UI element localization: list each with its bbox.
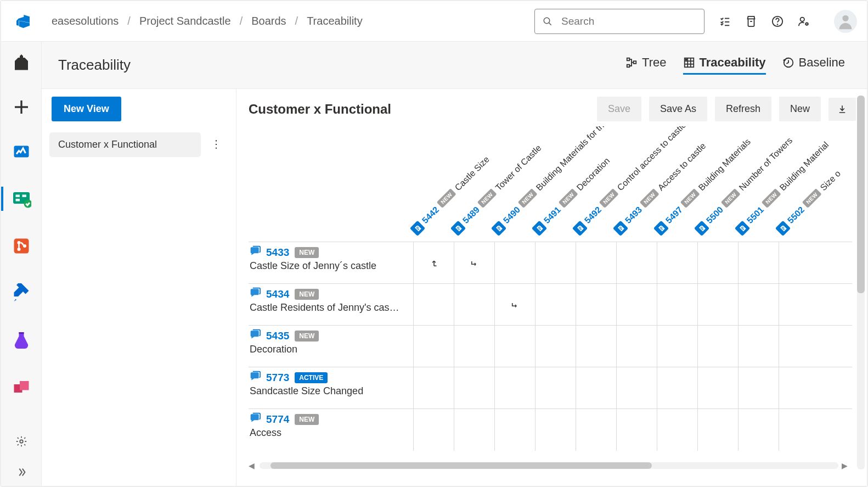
breadcrumb-page[interactable]: Traceability: [307, 15, 363, 27]
tab-tree[interactable]: Tree: [625, 55, 666, 75]
matrix-cell[interactable]: [576, 242, 616, 283]
matrix-cell[interactable]: [738, 242, 779, 283]
marketplace-icon[interactable]: [745, 15, 757, 27]
nav-settings-icon[interactable]: [15, 435, 27, 447]
nav-expand-icon[interactable]: [15, 466, 27, 478]
save-button[interactable]: Save: [597, 97, 641, 121]
user-settings-icon[interactable]: [798, 15, 810, 27]
horizontal-scrollbar[interactable]: ◀ ▶: [249, 462, 849, 469]
matrix-cell[interactable]: [697, 242, 738, 283]
matrix-cell[interactable]: [738, 326, 779, 367]
download-button[interactable]: [828, 98, 856, 121]
search-input[interactable]: [560, 15, 696, 28]
row-header[interactable]: 5433NEWCastle Size of Jenny´s castle: [249, 242, 413, 283]
svg-rect-28: [634, 61, 636, 64]
matrix-cell[interactable]: [738, 284, 779, 325]
matrix-cell[interactable]: [454, 284, 494, 325]
row-header[interactable]: 5434NEWCastle Residents of Jenny's cas…: [249, 284, 413, 325]
search-box[interactable]: [534, 9, 704, 34]
scroll-right-icon[interactable]: ▶: [842, 461, 849, 470]
matrix-cell[interactable]: [616, 284, 657, 325]
vertical-scrollbar[interactable]: [857, 96, 865, 469]
matrix-cell[interactable]: [697, 409, 738, 451]
matrix-cell[interactable]: [535, 284, 576, 325]
link-up-icon[interactable]: [413, 242, 454, 283]
row-status-badge: NEW: [295, 247, 319, 258]
matrix-cell[interactable]: [779, 367, 819, 408]
row-name: Decoration: [250, 344, 408, 355]
nav-testplans-icon[interactable]: [1, 325, 42, 356]
matrix-cell[interactable]: [494, 326, 535, 367]
matrix-cell[interactable]: [576, 326, 616, 367]
column-header[interactable]: 5491NEWDecoration: [532, 155, 612, 236]
matrix-cell[interactable]: [616, 367, 657, 408]
matrix-cell[interactable]: [454, 409, 494, 451]
matrix-cell[interactable]: [738, 409, 779, 451]
matrix-cell[interactable]: [697, 367, 738, 408]
matrix-cell[interactable]: [738, 367, 779, 408]
nav-artifacts-icon[interactable]: [1, 372, 42, 403]
help-icon[interactable]: [771, 15, 784, 27]
breadcrumb-project[interactable]: Project Sandcastle: [139, 15, 231, 27]
nav-project-icon[interactable]: [1, 47, 42, 78]
matrix-cell[interactable]: [454, 367, 494, 408]
row-header[interactable]: 5773ACTIVESandcastle Size Changed: [249, 367, 413, 408]
matrix-cell[interactable]: [657, 326, 697, 367]
view-item-more-icon[interactable]: ⋯: [203, 138, 230, 152]
link-down-icon[interactable]: [454, 242, 494, 283]
matrix-cell[interactable]: [657, 242, 697, 283]
matrix-cell[interactable]: [616, 409, 657, 451]
matrix-cell[interactable]: [657, 284, 697, 325]
matrix-cell[interactable]: [413, 367, 454, 408]
row-header[interactable]: 5774NEWAccess: [249, 409, 413, 451]
nav-repos-icon[interactable]: [1, 231, 42, 261]
nav-add-icon[interactable]: [1, 94, 42, 120]
tab-traceability[interactable]: Traceability: [683, 55, 766, 75]
matrix-cell[interactable]: [535, 326, 576, 367]
tab-baseline[interactable]: Baseline: [782, 55, 845, 75]
matrix-cell[interactable]: [413, 409, 454, 451]
breadcrumb-area[interactable]: Boards: [251, 15, 286, 27]
matrix-area: Customer x Functional Save Save As Refre…: [236, 89, 867, 486]
scroll-left-icon[interactable]: ◀: [249, 461, 256, 470]
matrix-cell[interactable]: [535, 242, 576, 283]
matrix-cell[interactable]: [616, 242, 657, 283]
nav-pipelines-icon[interactable]: [1, 278, 42, 309]
breadcrumb-org[interactable]: easesolutions: [52, 15, 119, 27]
view-list-item[interactable]: Customer x Functional: [49, 132, 201, 157]
matrix-cell[interactable]: [576, 367, 616, 408]
column-header[interactable]: 5442NEWCastle Size: [410, 154, 492, 236]
refresh-button[interactable]: Refresh: [715, 97, 771, 121]
column-type-icon: [694, 221, 709, 236]
matrix-cell[interactable]: [657, 409, 697, 451]
matrix-cell[interactable]: [779, 409, 819, 451]
save-as-button[interactable]: Save As: [649, 97, 707, 121]
matrix-cell[interactable]: [779, 284, 819, 325]
row-header[interactable]: 5435NEWDecoration: [249, 326, 413, 367]
matrix-cell[interactable]: [413, 284, 454, 325]
matrix-cell[interactable]: [657, 367, 697, 408]
matrix-cell[interactable]: [454, 326, 494, 367]
matrix-cell[interactable]: [494, 242, 535, 283]
new-view-button[interactable]: New View: [52, 97, 121, 121]
matrix-cell[interactable]: [697, 326, 738, 367]
matrix-cell[interactable]: [576, 284, 616, 325]
work-items-icon[interactable]: [719, 15, 731, 27]
matrix-cell[interactable]: [697, 284, 738, 325]
link-down-icon[interactable]: [494, 284, 535, 325]
azure-devops-logo-icon[interactable]: [14, 13, 32, 30]
new-button[interactable]: New: [779, 97, 821, 121]
matrix-cell[interactable]: [535, 409, 576, 451]
matrix-cell[interactable]: [779, 326, 819, 367]
matrix-cell[interactable]: [413, 326, 454, 367]
matrix-cell[interactable]: [576, 409, 616, 451]
matrix-cell[interactable]: [779, 242, 819, 283]
matrix-cell[interactable]: [494, 367, 535, 408]
matrix-cell[interactable]: [494, 409, 535, 451]
nav-boards-icon[interactable]: [1, 183, 42, 214]
avatar[interactable]: [834, 10, 857, 33]
matrix-cell[interactable]: [616, 326, 657, 367]
svg-rect-14: [15, 195, 20, 198]
matrix-cell[interactable]: [535, 367, 576, 408]
nav-overview-icon[interactable]: [1, 136, 42, 167]
